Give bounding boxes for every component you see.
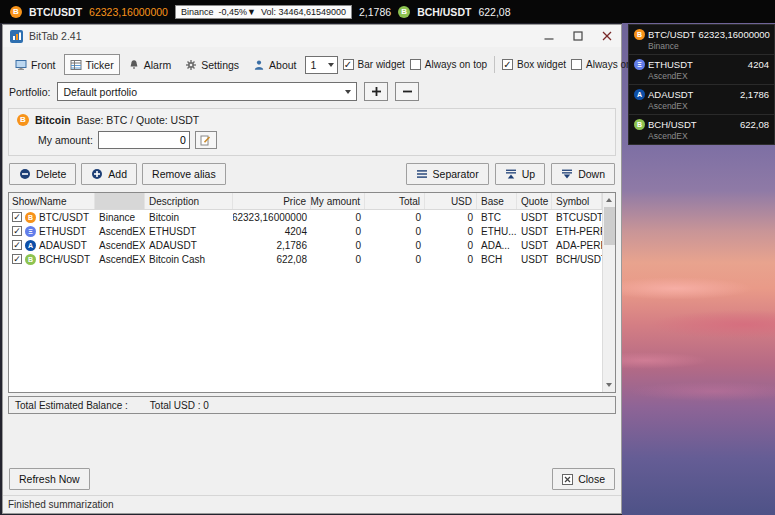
scrollbar-track[interactable]	[603, 207, 616, 378]
table-header[interactable]: Show/Name Description Price My amount To…	[9, 193, 602, 210]
actions-row: Delete Add Remove alias Separator Up Dow…	[3, 156, 621, 192]
portfolio-select[interactable]: Default portfolio	[57, 82, 357, 101]
scroll-up-arrow[interactable]	[603, 193, 616, 207]
remove-portfolio-button[interactable]	[395, 82, 419, 101]
move-up-button[interactable]: Up	[495, 163, 545, 185]
tab-label: Ticker	[86, 59, 114, 71]
bitcoin-icon: B	[17, 114, 29, 126]
checkbox-box[interactable]	[571, 59, 582, 70]
symbol-cell: ADA-PERP	[552, 238, 602, 252]
box-widget-row-btc[interactable]: B BTC/USDT 62323,16000000 Binance	[629, 25, 774, 55]
box-widget-row-bch[interactable]: B BCH/USDT 622,08 AscendEX	[629, 115, 774, 144]
portfolio-row: Portfolio: Default portfolio	[3, 80, 621, 108]
triangle-up-icon	[606, 198, 612, 202]
checkbox-box[interactable]	[502, 59, 513, 70]
header-usd[interactable]: USD	[425, 193, 477, 209]
delete-button[interactable]: Delete	[9, 163, 76, 185]
coin-icon: Ξ	[25, 226, 36, 237]
header-quote[interactable]: Quote	[517, 193, 552, 209]
minimize-button[interactable]	[534, 25, 563, 47]
row-visible-checkbox[interactable]	[12, 240, 22, 250]
header-total[interactable]: Total	[365, 193, 425, 209]
row-visible-checkbox[interactable]	[12, 226, 22, 236]
button-label: Add	[108, 168, 127, 180]
scroll-down-arrow[interactable]	[603, 378, 616, 392]
table-row-btc[interactable]: B BTC/USDT Binance Bitcoin 62323,1600000…	[9, 210, 602, 224]
widget-exchange: AscendEX	[648, 71, 769, 81]
reorder-buttons: Separator Up Down	[406, 163, 615, 185]
total-cell: 0	[365, 224, 425, 238]
header-show-name[interactable]: Show/Name	[9, 193, 95, 209]
header-exchange[interactable]	[95, 193, 145, 209]
bar-always-on-top-checkbox[interactable]: Always on top	[410, 59, 487, 70]
coin-glyph: B	[28, 214, 33, 221]
table-body: B BTC/USDT Binance Bitcoin 62323,1600000…	[9, 210, 615, 392]
coin-glyph: A	[28, 242, 33, 249]
window-title: BitTab 2.41	[29, 30, 82, 42]
header-description[interactable]: Description	[145, 193, 233, 209]
price-cell: 622,08	[233, 252, 311, 266]
my-amount-cell: 0	[311, 252, 365, 266]
price-cell: 4204	[233, 224, 311, 238]
box-widget-checkbox[interactable]: Box widget	[502, 59, 566, 70]
delete-icon	[19, 168, 31, 180]
add-button[interactable]: Add	[81, 163, 137, 185]
widget-price: 4204	[748, 59, 769, 70]
toolbar-separator	[494, 56, 495, 73]
price-cell: 2,1786	[233, 238, 311, 252]
table-row-eth[interactable]: Ξ ETHUSDT AscendEX ETHUSDT 4204 0 0 0 ET…	[9, 224, 602, 238]
button-label: Separator	[433, 168, 479, 180]
checkbox-box[interactable]	[410, 59, 421, 70]
bar-widget-checkbox[interactable]: Bar widget	[343, 59, 405, 70]
checkbox-box[interactable]	[343, 59, 354, 70]
empty-area	[3, 414, 621, 468]
status-text: Finished summarization	[8, 499, 114, 510]
remove-alias-button[interactable]: Remove alias	[142, 163, 226, 185]
chip-volume: Vol: 34464,61549000	[261, 7, 346, 17]
add-portfolio-button[interactable]	[364, 82, 388, 101]
ticker-icon	[70, 59, 82, 71]
header-price[interactable]: Price	[233, 193, 311, 209]
row-visible-checkbox[interactable]	[12, 212, 22, 222]
header-my-amount[interactable]: My amount	[311, 193, 365, 209]
box-widget-row-ada[interactable]: A ADAUSDT 2,1786 AscendEX	[629, 85, 774, 115]
maximize-button[interactable]	[563, 25, 592, 47]
coin-name: Bitcoin	[35, 114, 71, 126]
table-row-ada[interactable]: A ADAUSDT AscendEX ADAUSDT 2,1786 0 0 0 …	[9, 238, 602, 252]
total-cell: 0	[365, 252, 425, 266]
box-widget[interactable]: B BTC/USDT 62323,16000000 Binance Ξ ETHU…	[628, 24, 775, 145]
row-visible-checkbox[interactable]	[12, 254, 22, 264]
maximize-icon	[573, 31, 583, 41]
move-down-button[interactable]: Down	[551, 163, 615, 185]
table-scrollbar[interactable]	[602, 193, 615, 392]
widget-pair: ETHUSDT	[648, 59, 693, 70]
usd-cell: 0	[425, 224, 477, 238]
tab-front[interactable]: Front	[9, 54, 62, 75]
table-row-bch[interactable]: B BCH/USDT AscendEX Bitcoin Cash 622,08 …	[9, 252, 602, 266]
coin-icon: B	[25, 254, 36, 265]
minus-icon	[402, 86, 413, 97]
header-symbol[interactable]: Symbol	[552, 193, 602, 209]
my-amount-input[interactable]	[98, 131, 190, 149]
row-count-select[interactable]: 1	[305, 56, 338, 74]
scrollbar-thumb[interactable]	[604, 207, 615, 245]
tab-about[interactable]: About	[247, 54, 302, 75]
tab-ticker[interactable]: Ticker	[64, 54, 120, 75]
tab-settings[interactable]: Settings	[179, 54, 245, 75]
title-bar[interactable]: BitTab 2.41	[3, 25, 621, 47]
my-amount-cell: 0	[311, 238, 365, 252]
refresh-now-button[interactable]: Refresh Now	[9, 468, 90, 490]
ticker-bar-widget[interactable]: B BTC/USDT 62323,16000000 Binance -0,45%…	[0, 0, 775, 23]
usd-cell: 0	[425, 238, 477, 252]
header-base[interactable]: Base	[477, 193, 517, 209]
price-cell: 62323,16000000	[233, 210, 311, 224]
close-button[interactable]: Close	[552, 468, 615, 490]
edit-amount-button[interactable]	[195, 131, 217, 149]
separator-button[interactable]: Separator	[406, 163, 489, 185]
bottom-buttons-row: Refresh Now Close	[3, 468, 621, 490]
plus-icon	[371, 86, 382, 97]
close-window-button[interactable]	[592, 25, 621, 47]
box-widget-row-eth[interactable]: Ξ ETHUSDT 4204 AscendEX	[629, 55, 774, 85]
quote-cell: USDT	[517, 252, 552, 266]
tab-alarm[interactable]: Alarm	[122, 54, 177, 75]
